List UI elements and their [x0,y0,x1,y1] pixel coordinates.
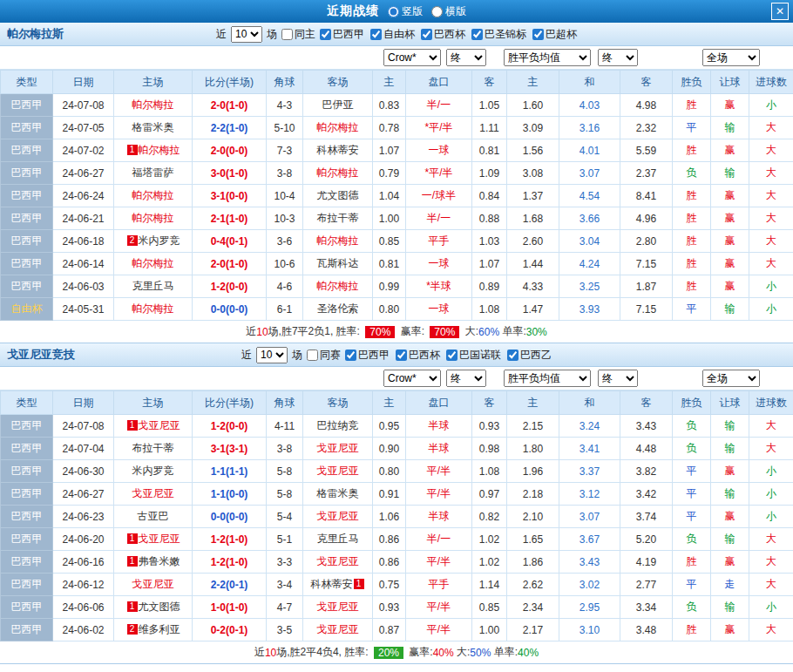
corner-cell: 6-1 [267,298,303,321]
eu-draw-odds: 3.25 [559,275,620,298]
eu-time-select[interactable]: 终 [598,370,638,387]
league-checkbox[interactable] [446,350,458,361]
league-checkbox[interactable] [370,29,382,40]
ah-home-odds: 0.91 [373,483,406,506]
match-row: 巴西甲24-06-27戈亚尼亚1-1(0-0)5-8格雷米奥0.91平/半0.9… [1,483,793,506]
date-cell: 24-06-30 [53,460,114,483]
league-filter-item[interactable]: 巴国诺联 [446,348,501,363]
scope-select[interactable]: 全场 [702,49,760,66]
ah-away-odds: 1.02 [472,551,507,574]
league-filter-item[interactable]: 巴西杯 [421,27,465,42]
table-header-row: 类型 日期 主场 比分(半场) 角球 客场 主 盘口 客 主 和 客 胜负 让球… [1,71,793,94]
goals-cell: 小 [749,94,793,117]
eu-draw-odds: 3.41 [559,438,620,460]
score-cell: 3-1(3-1) [193,438,267,460]
league-filter-item[interactable]: 巴西甲 [345,348,390,363]
match-row: 巴西甲24-06-12戈亚尼亚2-2(0-1)3-4科林蒂安10.75平手1.1… [1,574,793,596]
home-team-cell: 格雷米奥 [114,117,193,139]
league-cell: 巴西甲 [1,415,53,438]
eu-away-odds: 2.37 [620,162,673,185]
col-home: 主场 [114,391,193,415]
same-venue-checkbox[interactable] [281,29,293,40]
eu-odds-type-select[interactable]: 胜平负均值 [504,370,591,387]
league-checkbox[interactable] [345,350,356,361]
bookmaker-select[interactable]: Crow* [383,49,441,66]
ah-time-select[interactable]: 终 [446,370,486,387]
recent-count-select[interactable]: 10 [231,26,262,43]
team-name: 戈亚尼亚 [317,623,359,635]
league-filter-item[interactable]: 巴圣锦标 [471,27,526,42]
ah-away-odds: 1.00 [472,619,507,641]
result-cell: 胜 [673,94,711,117]
eu-odds-type-select[interactable]: 胜平负均值 [504,49,591,66]
col-handicap-result: 让球 [711,71,749,94]
ah-home-odds: 0.81 [373,253,406,275]
same-venue-filter[interactable]: 同赛 [307,348,341,363]
result-cell: 平 [673,506,711,528]
team-name: 布拉干蒂 [132,442,174,454]
ah-away-odds: 1.08 [472,298,507,321]
eu-away-odds: 3.43 [620,415,673,438]
team-name: 帕尔梅拉 [139,144,180,156]
eu-home-odds: 1.56 [507,139,559,162]
filter-bar: 近 10 场 同赛 巴西甲巴西杯巴国诺联巴西乙 [241,347,552,363]
horizontal-radio[interactable] [431,6,443,17]
home-team-cell: 戈亚尼亚 [114,483,193,506]
league-label: 巴西乙 [520,348,552,363]
scope-select[interactable]: 全场 [702,370,760,387]
league-label: 巴西杯 [409,348,440,363]
ah-home-odds: 1.00 [373,207,406,230]
eu-home-odds: 1.47 [507,298,559,321]
eu-draw-odds: 3.02 [559,574,620,596]
summary-segment: 20% [374,647,403,659]
league-filter-item[interactable]: 巴西甲 [320,27,364,42]
eu-home-odds: 3.08 [507,162,559,185]
same-venue-filter[interactable]: 同主 [281,27,315,42]
layout-vertical-option[interactable]: 竖版 [388,4,423,19]
home-team-cell: 米内罗竞 [114,460,193,483]
league-filter-item[interactable]: 巴西杯 [396,348,440,363]
league-filter-item[interactable]: 自由杯 [370,27,415,42]
home-team-cell: 福塔雷萨 [114,162,193,185]
match-row: 巴西甲24-06-182米内罗竞0-4(0-1)3-6帕尔梅拉0.85平手1.0… [1,230,793,253]
league-checkbox[interactable] [320,29,331,40]
corner-cell: 4-6 [267,275,303,298]
ah-home-odds: 0.80 [373,298,406,321]
bookmaker-select[interactable]: Crow* [383,370,441,387]
recent-count-select[interactable]: 10 [256,347,288,363]
date-cell: 24-06-12 [53,574,114,596]
same-venue-checkbox[interactable] [307,350,318,361]
goals-cell: 大 [749,253,793,275]
league-checkbox[interactable] [532,29,544,40]
ah-time-select[interactable]: 终 [446,49,486,66]
near-label: 近 [241,348,252,363]
league-cell: 巴西甲 [1,94,53,117]
league-checkbox[interactable] [471,29,483,40]
summary-segment: 近 [254,645,265,660]
league-checkbox[interactable] [396,350,407,361]
goals-cell: 大 [749,207,793,230]
close-icon[interactable]: ✕ [771,3,789,20]
ah-away-odds: 1.09 [472,162,507,185]
red-card-badge: 1 [127,145,138,155]
ah-away-odds: 1.03 [472,230,507,253]
league-filter-item[interactable]: 巴西乙 [507,348,552,363]
date-cell: 24-07-02 [53,139,114,162]
corner-cell: 3-3 [267,551,303,574]
league-checkbox[interactable] [421,29,432,40]
goals-cell: 小 [749,298,793,321]
col-date: 日期 [53,391,114,415]
handicap-result-cell: 输 [711,438,749,460]
league-filter-item[interactable]: 巴超杯 [532,27,577,42]
games-label: 场 [292,348,302,363]
team-name: 格雷米奥 [317,487,359,499]
vertical-radio[interactable] [388,6,399,17]
ah-line: 平/半 [406,619,472,641]
result-cell: 胜 [673,185,711,207]
layout-horizontal-option[interactable]: 横版 [431,4,466,19]
eu-time-select[interactable]: 终 [598,49,638,66]
result-cell: 胜 [673,139,711,162]
league-checkbox[interactable] [507,350,518,361]
eu-draw-odds: 3.66 [559,207,620,230]
match-row: 巴西甲24-06-23古亚巴0-0(0-0)5-4戈亚尼亚1.06半球0.822… [1,506,793,528]
